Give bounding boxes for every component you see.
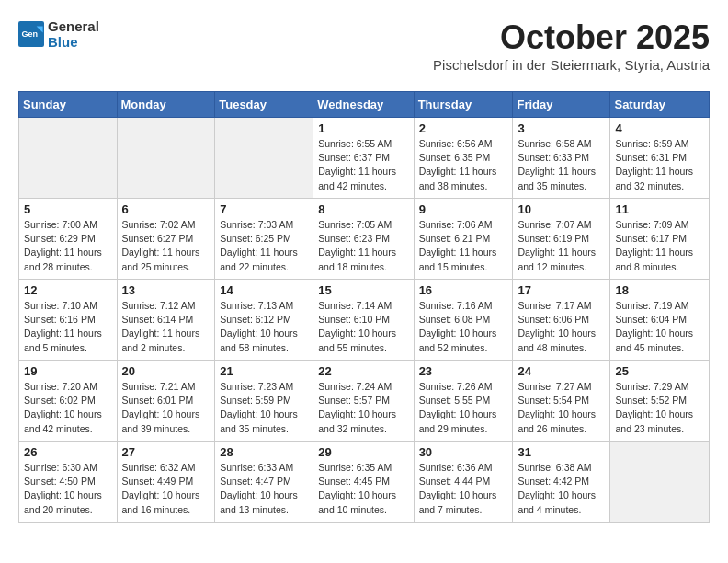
weekday-header-wednesday: Wednesday (313, 92, 414, 118)
title-section: October 2025 Pischelsdorf in der Steierm… (433, 18, 710, 82)
calendar-cell: 12Sunrise: 7:10 AMSunset: 6:16 PMDayligh… (19, 280, 118, 361)
calendar-cell: 18Sunrise: 7:19 AMSunset: 6:04 PMDayligh… (610, 280, 710, 361)
calendar-cell: 19Sunrise: 7:20 AMSunset: 6:02 PMDayligh… (19, 361, 118, 442)
day-number: 19 (24, 364, 112, 378)
day-info: Sunrise: 7:17 AMSunset: 6:06 PMDaylight:… (518, 299, 605, 355)
day-number: 2 (419, 121, 508, 135)
calendar-cell: 14Sunrise: 7:13 AMSunset: 6:12 PMDayligh… (215, 280, 313, 361)
day-number: 17 (518, 283, 605, 297)
day-info: Sunrise: 7:03 AMSunset: 6:25 PMDaylight:… (220, 218, 308, 274)
weekday-header-row: SundayMondayTuesdayWednesdayThursdayFrid… (19, 92, 710, 118)
day-info: Sunrise: 6:35 AMSunset: 4:45 PMDaylight:… (318, 461, 408, 517)
day-number: 9 (419, 202, 508, 216)
calendar-cell (117, 118, 215, 199)
day-info: Sunrise: 7:19 AMSunset: 6:04 PMDaylight:… (615, 299, 704, 355)
day-number: 27 (122, 445, 210, 459)
calendar-cell: 24Sunrise: 7:27 AMSunset: 5:54 PMDayligh… (513, 361, 610, 442)
calendar-cell: 16Sunrise: 7:16 AMSunset: 6:08 PMDayligh… (414, 280, 513, 361)
day-info: Sunrise: 7:26 AMSunset: 5:55 PMDaylight:… (419, 380, 508, 436)
day-number: 24 (518, 364, 605, 378)
day-info: Sunrise: 6:59 AMSunset: 6:31 PMDaylight:… (615, 137, 704, 193)
day-number: 21 (220, 364, 308, 378)
logo: Gen General Blue (18, 18, 99, 50)
day-info: Sunrise: 6:36 AMSunset: 4:44 PMDaylight:… (419, 461, 508, 517)
day-info: Sunrise: 7:14 AMSunset: 6:10 PMDaylight:… (318, 299, 408, 355)
week-row-2: 5Sunrise: 7:00 AMSunset: 6:29 PMDaylight… (19, 199, 710, 280)
day-number: 4 (615, 121, 704, 135)
calendar-cell: 15Sunrise: 7:14 AMSunset: 6:10 PMDayligh… (313, 280, 414, 361)
weekday-header-friday: Friday (513, 92, 610, 118)
calendar-cell: 3Sunrise: 6:58 AMSunset: 6:33 PMDaylight… (513, 118, 610, 199)
calendar-cell: 26Sunrise: 6:30 AMSunset: 4:50 PMDayligh… (19, 442, 118, 523)
calendar-cell: 25Sunrise: 7:29 AMSunset: 5:52 PMDayligh… (610, 361, 710, 442)
day-info: Sunrise: 7:20 AMSunset: 6:02 PMDaylight:… (24, 380, 112, 436)
day-info: Sunrise: 7:21 AMSunset: 6:01 PMDaylight:… (122, 380, 210, 436)
day-info: Sunrise: 6:56 AMSunset: 6:35 PMDaylight:… (419, 137, 508, 193)
calendar-cell: 20Sunrise: 7:21 AMSunset: 6:01 PMDayligh… (117, 361, 215, 442)
day-info: Sunrise: 7:07 AMSunset: 6:19 PMDaylight:… (518, 218, 605, 274)
calendar-cell: 27Sunrise: 6:32 AMSunset: 4:49 PMDayligh… (117, 442, 215, 523)
calendar-cell: 8Sunrise: 7:05 AMSunset: 6:23 PMDaylight… (313, 199, 414, 280)
calendar-cell: 17Sunrise: 7:17 AMSunset: 6:06 PMDayligh… (513, 280, 610, 361)
calendar-cell: 10Sunrise: 7:07 AMSunset: 6:19 PMDayligh… (513, 199, 610, 280)
month-year: October 2025 (433, 18, 710, 57)
calendar-cell: 11Sunrise: 7:09 AMSunset: 6:17 PMDayligh… (610, 199, 710, 280)
calendar-cell (610, 442, 710, 523)
day-info: Sunrise: 7:24 AMSunset: 5:57 PMDaylight:… (318, 380, 408, 436)
day-number: 30 (419, 445, 508, 459)
weekday-header-thursday: Thursday (414, 92, 513, 118)
calendar-cell: 21Sunrise: 7:23 AMSunset: 5:59 PMDayligh… (215, 361, 313, 442)
day-number: 6 (122, 202, 210, 216)
logo-icon: Gen (18, 21, 44, 47)
week-row-4: 19Sunrise: 7:20 AMSunset: 6:02 PMDayligh… (19, 361, 710, 442)
calendar-cell: 28Sunrise: 6:33 AMSunset: 4:47 PMDayligh… (215, 442, 313, 523)
week-row-1: 1Sunrise: 6:55 AMSunset: 6:37 PMDaylight… (19, 118, 710, 199)
location: Pischelsdorf in der Steiermark, Styria, … (433, 57, 710, 73)
day-number: 10 (518, 202, 605, 216)
calendar-cell: 31Sunrise: 6:38 AMSunset: 4:42 PMDayligh… (513, 442, 610, 523)
day-number: 28 (220, 445, 308, 459)
day-number: 26 (24, 445, 112, 459)
day-number: 31 (518, 445, 605, 459)
calendar-cell: 5Sunrise: 7:00 AMSunset: 6:29 PMDaylight… (19, 199, 118, 280)
calendar-cell: 2Sunrise: 6:56 AMSunset: 6:35 PMDaylight… (414, 118, 513, 199)
weekday-header-sunday: Sunday (19, 92, 118, 118)
calendar-cell: 29Sunrise: 6:35 AMSunset: 4:45 PMDayligh… (313, 442, 414, 523)
day-info: Sunrise: 7:06 AMSunset: 6:21 PMDaylight:… (419, 218, 508, 274)
calendar-cell: 4Sunrise: 6:59 AMSunset: 6:31 PMDaylight… (610, 118, 710, 199)
day-number: 14 (220, 283, 308, 297)
day-number: 1 (318, 121, 408, 135)
logo-text: General Blue (48, 18, 99, 50)
calendar-table: SundayMondayTuesdayWednesdayThursdayFrid… (18, 91, 710, 523)
day-info: Sunrise: 7:29 AMSunset: 5:52 PMDaylight:… (615, 380, 704, 436)
weekday-header-tuesday: Tuesday (215, 92, 313, 118)
calendar-cell: 6Sunrise: 7:02 AMSunset: 6:27 PMDaylight… (117, 199, 215, 280)
day-info: Sunrise: 7:09 AMSunset: 6:17 PMDaylight:… (615, 218, 704, 274)
calendar-cell: 1Sunrise: 6:55 AMSunset: 6:37 PMDaylight… (313, 118, 414, 199)
day-info: Sunrise: 7:27 AMSunset: 5:54 PMDaylight:… (518, 380, 605, 436)
week-row-5: 26Sunrise: 6:30 AMSunset: 4:50 PMDayligh… (19, 442, 710, 523)
calendar-cell (215, 118, 313, 199)
day-info: Sunrise: 6:55 AMSunset: 6:37 PMDaylight:… (318, 137, 408, 193)
day-info: Sunrise: 7:05 AMSunset: 6:23 PMDaylight:… (318, 218, 408, 274)
day-number: 12 (24, 283, 112, 297)
day-info: Sunrise: 7:16 AMSunset: 6:08 PMDaylight:… (419, 299, 508, 355)
calendar-cell: 22Sunrise: 7:24 AMSunset: 5:57 PMDayligh… (313, 361, 414, 442)
day-info: Sunrise: 7:00 AMSunset: 6:29 PMDaylight:… (24, 218, 112, 274)
day-number: 3 (518, 121, 605, 135)
calendar-cell: 7Sunrise: 7:03 AMSunset: 6:25 PMDaylight… (215, 199, 313, 280)
day-number: 8 (318, 202, 408, 216)
day-info: Sunrise: 7:23 AMSunset: 5:59 PMDaylight:… (220, 380, 308, 436)
day-number: 20 (122, 364, 210, 378)
weekday-header-monday: Monday (117, 92, 215, 118)
day-info: Sunrise: 6:33 AMSunset: 4:47 PMDaylight:… (220, 461, 308, 517)
day-number: 22 (318, 364, 408, 378)
week-row-3: 12Sunrise: 7:10 AMSunset: 6:16 PMDayligh… (19, 280, 710, 361)
day-number: 7 (220, 202, 308, 216)
day-number: 15 (318, 283, 408, 297)
day-number: 13 (122, 283, 210, 297)
day-number: 16 (419, 283, 508, 297)
day-info: Sunrise: 7:02 AMSunset: 6:27 PMDaylight:… (122, 218, 210, 274)
svg-text:Gen: Gen (22, 29, 39, 39)
calendar-cell: 13Sunrise: 7:12 AMSunset: 6:14 PMDayligh… (117, 280, 215, 361)
